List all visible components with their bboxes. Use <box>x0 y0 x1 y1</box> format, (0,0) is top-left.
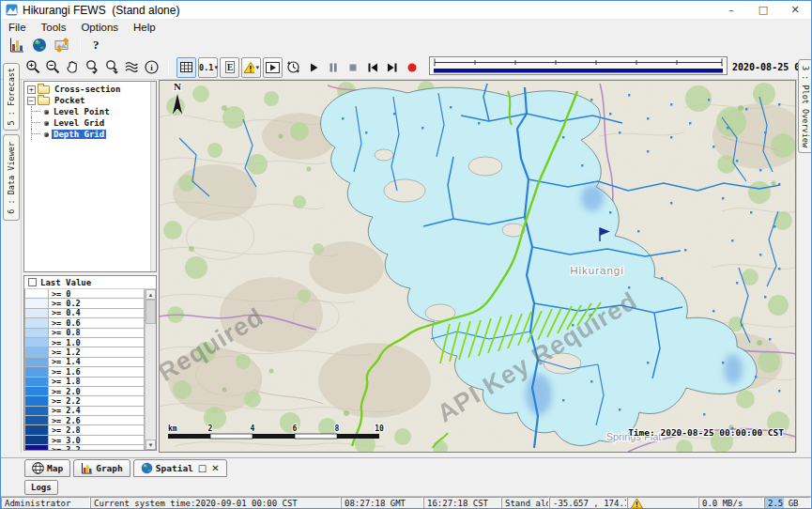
step-forward-button[interactable] <box>382 57 402 78</box>
tab-close-icon[interactable]: ✕ <box>211 463 219 473</box>
menu-file[interactable]: File <box>1 22 34 33</box>
folder-icon <box>38 97 50 105</box>
info-button[interactable]: i <box>142 57 161 78</box>
stop-button[interactable] <box>343 57 362 78</box>
bar-chart-icon <box>81 462 93 474</box>
zoom-out-button[interactable] <box>43 57 63 78</box>
animation-settings-button[interactable] <box>283 57 303 78</box>
logs-button[interactable]: Logs <box>24 480 58 495</box>
globe-grid-icon <box>32 462 44 474</box>
grid-display-button[interactable] <box>176 57 196 78</box>
legend-row[interactable]: >= 2.2 <box>24 396 145 406</box>
tab-forecast[interactable]: 5 : Forecast <box>3 63 20 131</box>
legend-panel: Last Value >= 0 >= 0.2 >= 0.4 >= 0.6 >= … <box>23 275 157 451</box>
tree-item-level-point[interactable]: Level Point <box>24 106 156 117</box>
animation-display-button[interactable] <box>263 57 283 78</box>
left-panel: + Cross-section − Pocket Level Point <box>22 80 159 453</box>
time-slider[interactable] <box>429 56 728 79</box>
legend-row[interactable]: >= 2.8 <box>24 425 145 435</box>
legend-row[interactable]: >= 1.8 <box>24 378 145 387</box>
svg-text:N: N <box>174 81 181 92</box>
data-display-button[interactable] <box>6 36 28 54</box>
legend-row[interactable]: >= 0.6 <box>24 318 145 328</box>
spatial-display-button[interactable] <box>28 36 51 54</box>
svg-text:4: 4 <box>251 424 255 433</box>
pause-button[interactable] <box>323 57 343 78</box>
tree-item-depth-grid[interactable]: Depth Grid <box>24 129 156 140</box>
menu-help[interactable]: Help <box>126 22 163 33</box>
maximize-button[interactable]: □ <box>747 1 779 19</box>
main-area: 5 : Forecast 6 : Data Viewer + Cross-sec… <box>1 80 812 453</box>
legend-color-swatch <box>24 358 49 367</box>
status-network-rate: 0.0 MB/s <box>698 497 764 509</box>
legend-color-swatch <box>24 378 49 387</box>
tab-spatial[interactable]: Spatial □ ✕ <box>133 459 227 477</box>
logs-row: Logs <box>1 477 811 496</box>
legend-table: >= 0 >= 0.2 >= 0.4 >= 0.6 >= 0.8 >= 1.0 … <box>24 289 156 450</box>
menu-bar: File Tools Options Help <box>1 20 811 35</box>
tree-item-pocket[interactable]: − Pocket <box>24 95 156 106</box>
layer-bullet-icon <box>44 132 49 137</box>
bottom-tab-bar: Map Graph Spatial □ ✕ <box>1 453 811 477</box>
close-button[interactable]: ✕ <box>779 1 811 19</box>
layers-button[interactable] <box>122 57 142 78</box>
play-button[interactable] <box>303 57 323 78</box>
legend-row[interactable]: >= 1.6 <box>24 367 145 377</box>
tree-item-cross-section[interactable]: + Cross-section <box>24 84 156 95</box>
legend-row[interactable]: >= 2.6 <box>24 416 145 425</box>
step-back-button[interactable] <box>362 57 382 78</box>
legend-row[interactable]: >= 2.4 <box>24 407 145 416</box>
tab-graph[interactable]: Graph <box>73 459 130 477</box>
status-warning-cell <box>627 497 698 509</box>
legend-row[interactable]: >= 0 <box>24 289 145 299</box>
tree-item-level-grid[interactable]: Level Grid <box>24 117 156 129</box>
last-value-checkbox[interactable] <box>28 278 37 286</box>
legend-row[interactable]: >= 2.0 <box>24 387 145 396</box>
classbreaks-dropdown[interactable]: 0.1 ▾ <box>198 57 218 78</box>
legend-row[interactable]: >= 0.4 <box>24 309 145 318</box>
legend-color-swatch <box>24 407 49 416</box>
expand-icon[interactable]: + <box>27 85 36 94</box>
tree-connector <box>31 106 43 117</box>
zoom-in-button[interactable] <box>23 57 43 78</box>
tree-connector <box>31 117 43 129</box>
record-button[interactable] <box>402 57 421 78</box>
tab-maximize-icon[interactable]: □ <box>198 463 207 473</box>
svg-text:8: 8 <box>335 424 340 433</box>
scroll-down-icon[interactable]: ▼ <box>146 440 156 450</box>
legend-edit-button[interactable]: E <box>220 57 239 78</box>
thresholds-dropdown[interactable]: ▾ <box>241 57 261 78</box>
window-controls: – □ ✕ <box>715 1 811 19</box>
pan-hand-button[interactable] <box>63 57 83 78</box>
scroll-thumb[interactable] <box>146 300 156 324</box>
warning-icon <box>631 498 643 509</box>
legend-row[interactable]: >= 0.8 <box>24 329 145 338</box>
menu-tools[interactable]: Tools <box>34 22 74 33</box>
collapse-icon[interactable]: − <box>27 97 36 105</box>
legend-color-swatch <box>24 318 49 328</box>
tab-plot-overview[interactable]: 3 : Plot Overview <box>798 59 812 153</box>
tab-map[interactable]: Map <box>24 459 70 477</box>
zoom-previous-button[interactable] <box>83 57 102 78</box>
legend-row[interactable]: >= 3.2 <box>24 445 145 450</box>
legend-scrollbar[interactable]: ▲ ▼ <box>145 289 156 450</box>
tree-scrollbar[interactable] <box>150 82 156 271</box>
minimize-button[interactable]: – <box>715 1 747 19</box>
layer-bullet-icon <box>44 110 49 115</box>
legend-row[interactable]: >= 1.2 <box>24 347 145 357</box>
help-button[interactable]: ? <box>87 38 105 53</box>
zoom-next-button[interactable] <box>102 57 122 78</box>
menu-options[interactable]: Options <box>73 22 126 33</box>
legend-row[interactable]: >= 1.4 <box>24 358 145 367</box>
status-memory: 2.5 GB <box>764 497 811 509</box>
import-grid-button[interactable] <box>51 36 73 54</box>
legend-row[interactable]: >= 0.2 <box>24 299 145 308</box>
legend-row[interactable]: >= 3.0 <box>24 436 145 445</box>
tab-data-viewer[interactable]: 6 : Data Viewer <box>3 134 20 221</box>
map-toolbar: i 0.1 ▾ E ▾ <box>1 55 811 80</box>
legend-color-swatch <box>24 289 49 299</box>
scroll-up-icon[interactable]: ▲ <box>146 289 156 300</box>
legend-row[interactable]: >= 1.0 <box>24 338 145 347</box>
map-viewport[interactable]: Hikurangi Springs Flat API Key Required … <box>159 80 796 453</box>
svg-text:6: 6 <box>293 424 298 433</box>
